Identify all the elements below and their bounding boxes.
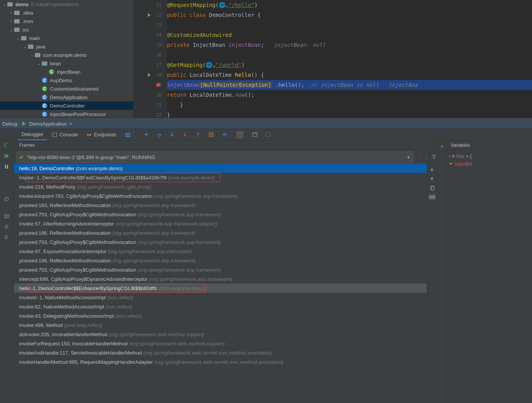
tree-item-AopDemo[interactable]: CAopDemo	[0, 76, 133, 85]
code-line-20[interactable]: return LocalDateTime.now();	[167, 90, 532, 100]
stack-frame[interactable]: invokeHandlerMethod:895, RequestMappingH…	[14, 357, 427, 367]
tree-item-src[interactable]: ⌄src	[0, 25, 133, 34]
stack-frame[interactable]: proceed:186, ReflectiveMethodInvocation …	[14, 256, 427, 265]
scroll-down-icon[interactable]: ▾	[431, 176, 433, 181]
stack-frame[interactable]: proceed:753, CglibAopProxy$CglibMethodIn…	[14, 265, 427, 274]
tree-item-DemoController[interactable]: CDemoController	[0, 101, 133, 110]
mute-breakpoints-icon[interactable]	[3, 196, 10, 203]
add-icon[interactable]: ＋	[439, 143, 444, 150]
run-gutter-icon[interactable]	[146, 12, 152, 18]
variables-body[interactable]: ›≡this = {⚭injectBe	[447, 150, 532, 170]
code-line-19[interactable]: injectBean [NullPointerException] .hello…	[167, 80, 532, 90]
tree-item-InjectBeanPostProcessor[interactable]: CInjectBeanPostProcessor	[0, 110, 133, 118]
stack-frame[interactable]: proceed:753, CglibAopProxy$CglibMethodIn…	[14, 210, 427, 219]
svg-point-2	[89, 134, 91, 136]
glasses-icon[interactable]	[428, 194, 436, 200]
stack-frame[interactable]: invoke:498, Method (java.lang.reflect)	[14, 320, 427, 330]
var-row[interactable]: ⚭injectBe	[449, 160, 530, 168]
stack-frame[interactable]: invokeAndHandle:117, ServletInvocableHan…	[14, 348, 427, 357]
evaluate-icon[interactable]	[252, 131, 259, 138]
tree-item-java[interactable]: ⌄java	[0, 42, 133, 51]
step-over-icon[interactable]	[156, 131, 163, 138]
stack-frame[interactable]: hello:19, DemoController (com.example.de…	[14, 164, 427, 173]
tree-item-comexampledemo[interactable]: ⌄com.example.demo	[0, 51, 133, 59]
editor-code[interactable]: @RequestMapping(🌐⌄"/hello")public class …	[167, 0, 532, 118]
code-line-13[interactable]	[167, 20, 532, 30]
view-breakpoints-icon[interactable]	[3, 185, 10, 192]
debug-run-tab[interactable]: DemoApplication ×	[18, 119, 75, 129]
scroll-up-icon[interactable]: ▴	[431, 166, 433, 172]
stack-frame[interactable]: doInvoke:205, InvocableHandlerMethod (or…	[14, 330, 427, 339]
pause-icon[interactable]	[3, 164, 10, 171]
line-number: 16	[157, 52, 162, 58]
code-line-16[interactable]	[167, 50, 532, 60]
stack-frames[interactable]: hello:19, DemoController (com.example.de…	[14, 164, 427, 403]
frame-package: (sun.reflect)	[115, 313, 142, 319]
tree-item-mvn[interactable]: ›.mvn	[0, 17, 133, 25]
tree-root[interactable]: ⌄ demo E:\IdeaProjects\demo	[0, 0, 133, 8]
code-line-18[interactable]: public LocalDateTime hello() {	[167, 70, 532, 80]
tree-item-main[interactable]: ⌄main	[0, 34, 133, 42]
drop-frame-icon[interactable]	[208, 131, 215, 138]
code-line-12[interactable]: public class DemoController {	[167, 10, 532, 20]
stack-frame[interactable]: proceed:753, CglibAopProxy$CglibMethodIn…	[14, 237, 427, 247]
show-execution-icon[interactable]	[143, 131, 150, 138]
folder-icon	[28, 43, 34, 50]
code-line-22[interactable]: }	[167, 110, 532, 118]
tab-endpoints[interactable]: Endpoints	[83, 129, 120, 140]
tree-item-bean[interactable]: ⌄bean	[0, 59, 133, 68]
stack-frame[interactable]: proceed:163, ReflectiveMethodInvocation …	[14, 201, 427, 210]
editor[interactable]: 111213141516171819202122 @RequestMapping…	[133, 0, 532, 118]
camera-icon[interactable]	[3, 213, 10, 220]
stop-icon[interactable]	[3, 174, 10, 181]
step-into-icon[interactable]	[169, 131, 176, 138]
frame-package: (org.springframework.aop.framework)	[149, 276, 233, 282]
prev-frame-icon[interactable]: ↑	[419, 154, 421, 160]
frame-package: (com.example.demo)	[168, 175, 215, 181]
next-frame-icon[interactable]: ↓	[425, 154, 428, 160]
trace-icon[interactable]	[265, 131, 272, 138]
pin-icon[interactable]	[3, 234, 10, 241]
stack-frame[interactable]: invoke:97, ExposeInvocationInterceptor (…	[14, 247, 427, 256]
tree-item-label: InjectBean	[57, 69, 80, 75]
filter-icon[interactable]	[431, 154, 437, 160]
settings-icon[interactable]	[3, 224, 10, 231]
folder-icon	[21, 35, 27, 41]
copy-icon[interactable]	[430, 185, 435, 191]
run-gutter-icon[interactable]	[146, 72, 152, 78]
resume-icon[interactable]	[3, 153, 10, 160]
code-line-11[interactable]: @RequestMapping(🌐⌄"/hello")	[167, 0, 532, 10]
tree-item-InjectBean[interactable]: CInjectBean	[0, 68, 133, 76]
breakpoint-icon[interactable]	[156, 83, 160, 87]
stack-frame[interactable]: invoke:62, NativeMethodAccessorImpl (sun…	[14, 302, 427, 311]
stack-frame[interactable]: intercept:698, CglibAopProxy$DynamicAdvi…	[14, 274, 427, 284]
code-line-21[interactable]: }	[167, 100, 532, 110]
stack-frame[interactable]: invoke:-1, DemoController$$FastClassBySp…	[14, 173, 427, 182]
close-icon[interactable]: ×	[69, 121, 72, 127]
project-tree[interactable]: ⌄ demo E:\IdeaProjects\demo ›.idea›.mvn⌄…	[0, 0, 133, 118]
stack-frame[interactable]: invoke:43, DelegatingMethodAccessorImpl …	[14, 311, 427, 320]
tree-item-DemoApplication[interactable]: CDemoApplication	[0, 93, 133, 101]
stack-frame[interactable]: invoke:218, MethodProxy (org.springframe…	[14, 182, 427, 191]
run-to-cursor-icon[interactable]	[221, 131, 228, 138]
tab-console[interactable]: Console	[48, 129, 82, 140]
tree-item-idea[interactable]: ›.idea	[0, 8, 133, 17]
stack-frame[interactable]: hello:-1, DemoController$$EnhancerBySpri…	[14, 284, 427, 293]
var-row[interactable]: ›≡this = {	[449, 152, 530, 160]
stack-frame[interactable]: invoke0:-1, NativeMethodAccessorImpl (su…	[14, 293, 427, 302]
rerun-icon[interactable]	[3, 142, 10, 149]
tab-debugger[interactable]: Debugger	[18, 129, 47, 140]
code-line-14[interactable]: @CustomizedAutowired	[167, 30, 532, 40]
stack-frame[interactable]: proceed:186, ReflectiveMethodInvocation …	[14, 228, 427, 237]
stack-frame[interactable]: invokeForRequest:150, InvocableHandlerMe…	[14, 339, 427, 348]
thread-selector[interactable]: ✔ "http-nio-8080-exec-1"@6,399 in group …	[16, 151, 413, 163]
threads-icon[interactable]	[125, 132, 131, 138]
stack-frame[interactable]: invokeJoinpoint:783, CglibAopProxy$Cglib…	[14, 191, 427, 201]
step-out-icon[interactable]	[195, 131, 202, 138]
tree-item-label: src	[22, 27, 29, 33]
stack-frame[interactable]: invoke:57, AfterReturningAdviceIntercept…	[14, 219, 427, 228]
code-line-15[interactable]: private InjectBean injectBean; injectBea…	[167, 40, 532, 50]
code-line-17[interactable]: @GetMapping(🌐⌄"/world")	[167, 60, 532, 70]
force-step-into-icon[interactable]	[182, 131, 189, 138]
tree-item-CustomizedAutowired[interactable]: CCustomizedAutowired	[0, 85, 133, 93]
